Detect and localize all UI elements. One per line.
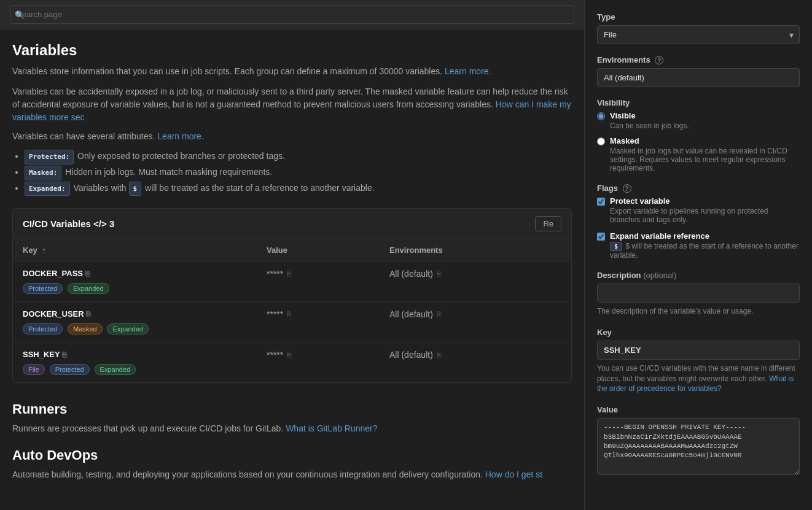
env-value: All (default): [389, 269, 433, 279]
visible-label: Visible: [610, 111, 689, 120]
environments-help-icon[interactable]: ?: [655, 56, 663, 64]
visible-radio[interactable]: [597, 112, 605, 120]
key-input[interactable]: SSH_KEY: [597, 341, 800, 360]
expanded-badge: Expanded:: [25, 182, 70, 196]
description-group: Description (optional) The description o…: [597, 271, 800, 317]
masked-radio-item: Masked Masked in job logs but value can …: [597, 136, 800, 172]
env-cell: All (default) ⎘: [389, 309, 512, 319]
col-actions: [512, 245, 561, 255]
copy-value-icon[interactable]: ⎘: [287, 310, 291, 319]
key-group: Key SSH_KEY You can use CI/CD variables …: [597, 328, 800, 394]
copy-env-icon[interactable]: ⎘: [437, 310, 441, 319]
key-tags: Protected Masked Expanded: [23, 321, 267, 334]
key-name: DOCKER_USER ⎘: [23, 309, 267, 319]
tag-expanded: Expanded: [95, 364, 136, 375]
sort-arrow-icon: ↑: [42, 245, 46, 255]
copy-icon[interactable]: ⎘: [85, 269, 90, 278]
tag-protected: Protected: [50, 364, 90, 375]
tag-expanded: Expanded: [107, 323, 149, 334]
autodevops-link[interactable]: How do I get st: [485, 469, 542, 479]
search-input[interactable]: [10, 5, 574, 24]
copy-env-icon[interactable]: ⎘: [437, 269, 441, 278]
key-cell: DOCKER_PASS ⎘ Protected Expanded: [23, 269, 267, 294]
key-hint: You can use CI/CD variables with the sam…: [597, 363, 800, 394]
value-textarea[interactable]: -----BEGIN OPENSSH PRIVATE KEY----- b3Bl…: [597, 418, 800, 475]
expand-variable-desc: $ $ will be treated as the start of a re…: [610, 242, 800, 260]
masked-radio[interactable]: [597, 137, 605, 145]
copy-icon[interactable]: ⎘: [86, 310, 90, 319]
list-item: Protected: Only exposed to protected bra…: [25, 149, 572, 164]
list-item: Masked: Hidden in job logs. Must match m…: [25, 164, 572, 180]
value-masked: *****: [267, 269, 283, 279]
col-environments: Environments: [389, 245, 512, 255]
key-name: SSH_KEY ⎘: [23, 350, 267, 359]
protected-badge: Protected:: [25, 150, 74, 164]
protect-variable-item: Protect variable Export variable to pipe…: [597, 196, 800, 224]
value-group: Value -----BEGIN OPENSSH PRIVATE KEY----…: [597, 405, 800, 477]
attributes-list: Protected: Only exposed to protected bra…: [25, 149, 572, 196]
variables-subtitle: Variables store information that you can…: [12, 65, 572, 78]
right-panel: Type File Variable ▾ Environments ? All …: [585, 0, 812, 510]
expand-variable-item: Expand variable reference $ $ will be tr…: [597, 231, 800, 260]
type-select-wrapper: File Variable ▾: [597, 25, 800, 44]
flags-help-icon[interactable]: ?: [623, 184, 631, 193]
table-row[interactable]: DOCKER_USER ⎘ Protected Masked Expanded …: [13, 302, 571, 342]
key-label: Key: [597, 328, 800, 337]
variables-warning: Variables can be accidentally exposed in…: [12, 85, 572, 124]
reveal-button[interactable]: Re: [535, 216, 561, 231]
copy-value-icon[interactable]: ⎘: [287, 269, 291, 278]
description-label: Description (optional): [597, 271, 800, 280]
env-cell: All (default) ⎘: [389, 269, 512, 279]
dollar-badge: $: [129, 182, 142, 196]
tag-masked: Masked: [68, 323, 103, 334]
key-cell: SSH_KEY ⎘ File Protected Expanded: [23, 350, 267, 375]
value-cell: ***** ⎘: [267, 269, 389, 279]
visible-radio-item: Visible Can be seen in job logs.: [597, 111, 800, 130]
visibility-label: Visibility: [597, 98, 800, 107]
left-panel: 🔍 Variables Variables store information …: [0, 0, 585, 510]
value-masked: *****: [267, 309, 283, 319]
col-key: Key ↑: [23, 245, 267, 255]
value-label: Value: [597, 405, 800, 414]
copy-env-icon[interactable]: ⎘: [437, 350, 441, 359]
tag-file: File: [23, 364, 45, 375]
tag-protected: Protected: [23, 283, 63, 294]
type-group: Type File Variable ▾: [597, 12, 800, 44]
autodevops-title: Auto DevOps: [12, 447, 572, 463]
variables-header: CI/CD Variables </> 3 Re: [13, 209, 571, 239]
env-value: All (default): [389, 350, 433, 360]
protect-variable-label: Protect variable: [610, 196, 800, 206]
description-optional: (optional): [643, 271, 676, 280]
key-name: DOCKER_PASS ⎘: [23, 269, 267, 278]
variables-section-title: CI/CD Variables </> 3: [23, 218, 114, 229]
variables-attributes: Variables can have several attributes. L…: [12, 131, 572, 141]
learn-more-link-1[interactable]: Learn more.: [445, 66, 491, 76]
copy-icon[interactable]: ⎘: [62, 350, 66, 359]
copy-value-icon[interactable]: ⎘: [287, 350, 291, 359]
list-item: Expanded: Variables with $ will be treat…: [25, 180, 572, 196]
runners-title: Runners: [12, 401, 572, 417]
protect-variable-checkbox[interactable]: [597, 198, 605, 206]
value-cell: ***** ⎘: [267, 350, 389, 360]
autodevops-section: Auto DevOps Automate building, testing, …: [12, 447, 572, 481]
expand-variable-label: Expand variable reference: [610, 231, 800, 241]
tag-expanded: Expanded: [68, 283, 109, 294]
search-icon: 🔍: [15, 10, 25, 19]
env-cell: All (default) ⎘: [389, 350, 512, 360]
flags-group: Flags ? Protect variable Export variable…: [597, 184, 800, 260]
variables-section: CI/CD Variables </> 3 Re Key ↑ Value Env…: [12, 208, 572, 383]
type-select[interactable]: File Variable: [597, 25, 800, 44]
value-masked: *****: [267, 350, 283, 360]
protect-variable-desc: Export variable to pipelines running on …: [610, 207, 800, 224]
environments-input[interactable]: All (default): [597, 68, 800, 87]
table-row[interactable]: SSH_KEY ⎘ File Protected Expanded ***** …: [13, 342, 571, 382]
masked-badge: Masked:: [25, 166, 61, 180]
learn-more-link-2[interactable]: Learn more.: [157, 131, 203, 141]
environments-label: Environments ?: [597, 55, 800, 64]
runners-link[interactable]: What is GitLab Runner?: [286, 423, 377, 433]
expand-variable-checkbox[interactable]: [597, 233, 605, 241]
type-label: Type: [597, 12, 800, 21]
description-input[interactable]: [597, 284, 800, 303]
table-row[interactable]: DOCKER_PASS ⎘ Protected Expanded ***** ⎘…: [13, 261, 571, 302]
page-title: Variables: [12, 42, 572, 59]
